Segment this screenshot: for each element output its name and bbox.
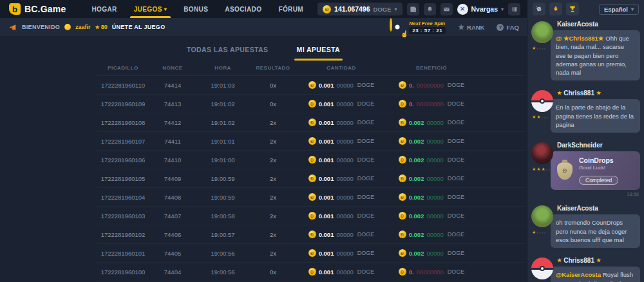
chat-header: Español ▾ [527, 0, 644, 18]
bet-profit-cell: Ð0.00200000DOGE [386, 137, 477, 145]
mention-link[interactable]: @KaiserAcosta [556, 271, 601, 278]
mention-link[interactable]: @ ★Chriss881★ [556, 35, 603, 42]
table-row[interactable]: 17222819601057440919:00:592xÐ0.00100000D… [97, 169, 526, 188]
avatar[interactable] [531, 142, 553, 164]
spin-wheel-icon: ☝ [390, 19, 405, 35]
notifications-button[interactable] [424, 3, 436, 15]
bet-amount-value: 0.001 [319, 138, 334, 145]
menu-item-bonus[interactable]: BONUS [184, 0, 208, 18]
table-row[interactable]: 17222819601097441319:01:020xÐ0.00100000D… [97, 95, 526, 113]
faq-button[interactable]: ? FAQ [497, 24, 519, 31]
doge-coin-icon: Ð [308, 174, 316, 182]
faq-label: FAQ [506, 24, 519, 31]
doge-coin-icon: Ð [399, 193, 406, 201]
active-tab-underline [294, 59, 343, 61]
table-row[interactable]: 17222819601017440519:00:562xÐ0.00100000D… [97, 244, 526, 263]
bet-amount-zeros: 00000 [336, 156, 353, 164]
table-row[interactable]: 17222819601027440619:00:572xÐ0.00100000D… [97, 225, 526, 244]
free-spin-widget[interactable]: ☝ Next Free Spin 23 : 57 : 21 [390, 19, 446, 35]
panel-toggle-button[interactable] [508, 3, 520, 15]
wallet-button[interactable] [407, 3, 419, 15]
profit-value: 0.002 [409, 194, 424, 201]
table-row[interactable]: 17222819601007440419:00:560xÐ0.00100000D… [97, 263, 526, 281]
table-row[interactable]: 17222819601067441019:01:002xÐ0.00100000D… [97, 151, 526, 169]
user-menu[interactable]: ✕ Nvargas ▾ [457, 4, 504, 15]
card-info: CoinDropsGood Luck!Completed [579, 156, 618, 185]
avatar[interactable] [531, 90, 553, 112]
menu-item-asociado[interactable]: ASOCIADO [225, 0, 261, 18]
avatar[interactable] [531, 21, 553, 43]
rank-button[interactable]: ★ RANK [458, 23, 484, 32]
star-icon: ★ [557, 258, 562, 263]
star-icon: ★ [536, 115, 540, 120]
bet-result: 2x [250, 156, 296, 164]
completed-button[interactable]: Completed [579, 176, 618, 185]
menu-item-forum[interactable]: FÓRUM [278, 0, 303, 18]
language-selector[interactable]: Español ▾ [599, 4, 639, 15]
free-spin-texts: Next Free Spin 23 : 57 : 21 [409, 21, 446, 34]
balance-currency: DOGE [374, 6, 392, 13]
free-spin-timer: 23 : 57 : 21 [409, 27, 446, 34]
doge-coin-icon: Ð [399, 100, 406, 108]
profit-value: 0.002 [409, 212, 424, 220]
profit-zeros: 00000 [426, 250, 443, 257]
bet-amount-zeros: 00000 [336, 119, 353, 126]
menu-item-hogar[interactable]: HOGAR [91, 0, 117, 18]
bet-nonce: 74411 [149, 138, 196, 145]
chat-username-text[interactable]: KaiserAcosta [557, 205, 598, 212]
chat-username-text[interactable]: KaiserAcosta [557, 21, 598, 28]
chat-bubble: oh tremendo CounDrops pero nunca me deja… [551, 214, 640, 248]
chat-username-text[interactable]: DarkSchneider [557, 142, 603, 149]
doge-coin-icon: Ð [308, 212, 316, 220]
bet-amount-cell: Ð0.00100000DOGE [296, 156, 386, 164]
profit-zeros: 00000 [426, 156, 443, 164]
bet-time: 19:01:03 [196, 82, 250, 89]
tab-mi-apuesta[interactable]: MI APUESTA [297, 39, 341, 61]
chat-username-text[interactable]: Chriss881 [564, 89, 594, 97]
pokeball-center [540, 266, 545, 271]
profit-value: 0.002 [409, 138, 424, 145]
balance-selector[interactable]: Ð 141.067496 DOGE ▾ [317, 3, 402, 15]
coindrops-card[interactable]: ÐCoinDropsGood Luck!Completed [551, 151, 640, 190]
avatar[interactable] [531, 205, 553, 227]
chat-sidebar: Español ▾ ★●●●●KaiserAcosta@ ★Chriss881★… [527, 0, 644, 282]
column-header-nonce: NONCE [149, 65, 196, 71]
brand-logo[interactable]: b BC.Game [9, 3, 66, 15]
join-game-label[interactable]: ÚNETE AL JUEGO [112, 24, 166, 30]
chevron-down-icon: ▾ [395, 6, 397, 12]
doge-coin-icon: Ð [308, 100, 316, 108]
table-row[interactable]: 17222819601047440819:00:592xÐ0.00100000D… [97, 188, 526, 207]
menu-item-label: BONUS [184, 6, 208, 13]
table-row[interactable]: 17222819601037440719:00:582xÐ0.00100000D… [97, 207, 526, 225]
dot-icon: ● [544, 231, 545, 234]
doge-coin-icon: Ð [399, 230, 406, 238]
bet-amount-value: 0.001 [319, 250, 334, 257]
doge-coin-icon: Ð [308, 118, 316, 126]
table-row[interactable]: 17222819601087441219:01:022xÐ0.00100000D… [97, 113, 526, 132]
hot-button[interactable] [549, 3, 562, 15]
bet-result: 2x [250, 250, 296, 257]
bet-amount-value: 0.001 [319, 231, 334, 238]
messages-button[interactable] [440, 3, 453, 15]
avatar[interactable] [531, 258, 553, 279]
welcome-label: BIENVENIDO [22, 24, 60, 30]
currency-label: DOGE [448, 82, 465, 88]
tab-todas-las-apuestas[interactable]: TODAS LAS APUESTAS [187, 39, 269, 61]
menu-item-juegos[interactable]: JUEGOS▾ [134, 0, 167, 18]
column-header-beneficio: BENEFICIÓ [386, 65, 477, 71]
bet-time: 19:00:58 [196, 212, 250, 220]
moneybag-icon: Ð [557, 162, 573, 180]
chat-username-text[interactable]: Chriss881 [564, 257, 594, 264]
star-icon: ★ [532, 230, 536, 235]
bet-amount-cell: Ð0.00100000DOGE [296, 230, 386, 238]
welcomed-username[interactable]: zaafir [75, 24, 91, 30]
currency-label: DOGE [448, 138, 465, 144]
vip-badge: ★80 [95, 24, 108, 30]
table-row[interactable]: 17222819601077441119:01:012xÐ0.00100000D… [97, 132, 526, 151]
dice-button[interactable] [533, 3, 545, 15]
menu-item-label: JUEGOS [134, 6, 162, 13]
table-row[interactable]: 17222819601107441419:01:030xÐ0.00100000D… [97, 76, 526, 95]
contest-button[interactable] [566, 3, 579, 15]
currency-label: DOGE [448, 156, 465, 163]
bet-hash: 1722281960101 [97, 250, 149, 257]
